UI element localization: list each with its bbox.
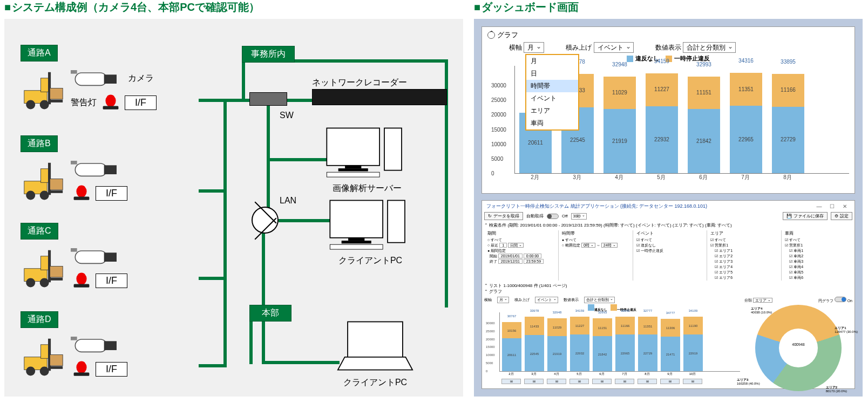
- interval-select[interactable]: 30秒: [571, 213, 587, 220]
- svg-point-3: [40, 100, 49, 109]
- svg-rect-32: [104, 252, 117, 262]
- svg-rect-56: [388, 200, 405, 242]
- forklift-icon: [21, 332, 66, 378]
- timeslot-range[interactable]: 範囲指定: [562, 243, 580, 247]
- event-item[interactable]: 違反なし: [636, 243, 701, 248]
- axis-label: 横軸: [509, 44, 522, 51]
- filter-grid: 期間 すべて 最近 1 日間 期間指定 開始 2019/01/01 0:00:0…: [484, 230, 852, 281]
- camera-label: カメラ: [128, 73, 154, 84]
- donut-cat-select[interactable]: エリア: [753, 298, 772, 303]
- vehicle-item[interactable]: 車両4: [789, 264, 849, 270]
- start-time[interactable]: 0:00:00: [524, 254, 541, 258]
- stack-select[interactable]: イベント: [594, 42, 634, 53]
- svg-rect-5: [48, 99, 63, 102]
- settings-button[interactable]: ⚙ 設定: [831, 212, 852, 220]
- auto-fetch-off: Off: [562, 214, 568, 218]
- time-to[interactable]: 24時: [601, 243, 618, 248]
- area-item[interactable]: エリア4: [715, 264, 775, 270]
- forklift-icon: [21, 156, 66, 202]
- vehicle-item[interactable]: 車両2: [789, 254, 849, 259]
- search-condition: ⌃ 検索条件 (期間: 2019/01/01 0:00:00 - 2019/12…: [484, 222, 852, 228]
- period-range[interactable]: 期間指定: [487, 248, 552, 254]
- vehicle-all[interactable]: すべて: [785, 237, 849, 243]
- end-time[interactable]: 23:59:59: [524, 259, 544, 264]
- axis-option[interactable]: 時間帯: [526, 80, 578, 92]
- auto-fetch-toggle[interactable]: [547, 214, 559, 219]
- save-button[interactable]: 💾 ファイルに保存: [783, 212, 828, 220]
- axis-option[interactable]: 日: [526, 67, 578, 80]
- period-recent[interactable]: 最近: [487, 243, 498, 247]
- area-item[interactable]: エリア2: [715, 254, 775, 259]
- vehicle-item[interactable]: 車両6: [789, 275, 849, 281]
- svg-rect-43: [75, 339, 106, 352]
- axis-option[interactable]: 車両: [526, 117, 578, 129]
- lan-label: LAN: [280, 196, 296, 206]
- lane-label-c: 通路C: [21, 223, 58, 240]
- hq-label: 本部: [249, 305, 291, 322]
- svg-rect-45: [71, 337, 77, 340]
- period-all[interactable]: すべて: [487, 237, 552, 243]
- axis-option[interactable]: エリア: [526, 105, 578, 117]
- svg-rect-48: [327, 128, 379, 165]
- event-hdr: イベント: [636, 230, 701, 236]
- area-group[interactable]: 営業所1: [710, 243, 775, 248]
- window-buttons[interactable]: — ☐ ✕: [816, 203, 850, 209]
- vehicle-item[interactable]: 車両1: [789, 248, 849, 254]
- mini-chart: 横軸 月 積み上げ イベント 数値表示 合計と分類別 違反なし 一時停止違反 0…: [484, 297, 740, 391]
- svg-rect-51: [384, 128, 402, 170]
- camera-icon: [71, 155, 125, 182]
- vehicle-item[interactable]: 車両5: [789, 270, 849, 275]
- axis-select[interactable]: 月: [524, 42, 544, 53]
- svg-rect-41: [48, 366, 63, 368]
- donut-toggle[interactable]: [835, 297, 846, 302]
- axis-option[interactable]: 月: [526, 55, 578, 67]
- if-box: I/F: [125, 95, 157, 110]
- svg-rect-42: [50, 354, 63, 365]
- recent-n[interactable]: 1: [499, 243, 507, 248]
- vehicle-hdr: 車両: [785, 230, 849, 236]
- event-all[interactable]: すべて: [636, 237, 701, 243]
- svg-rect-9: [71, 70, 77, 74]
- vehicle-item[interactable]: 車両3: [789, 259, 849, 264]
- forklift-icon: [21, 243, 66, 289]
- mini-axis-select[interactable]: 月: [497, 297, 509, 303]
- axis-dropdown[interactable]: 月 日 時間帯 イベント エリア 車両: [525, 54, 579, 131]
- area-item[interactable]: エリア5: [715, 270, 775, 275]
- start-date[interactable]: 2019/01/01: [498, 254, 523, 258]
- area-all[interactable]: すべて: [710, 237, 775, 243]
- timeslot-all[interactable]: すべて: [562, 237, 626, 243]
- end-date[interactable]: 2019/12/31: [498, 259, 523, 264]
- laptop-icon: [335, 319, 416, 373]
- event-item[interactable]: 一時停止違反: [636, 248, 701, 254]
- lane-label-b: 通路B: [21, 135, 58, 152]
- svg-point-15: [40, 190, 49, 200]
- image-server: 画像解析サーバー: [324, 125, 410, 194]
- list-status: ⌃ リスト 1-1000/400948 件 (1/401 ページ): [484, 283, 852, 289]
- system-diagram: 通路A カメラ 警告灯 I/F 通路B: [4, 19, 463, 397]
- vehicle-group[interactable]: 営業所1: [785, 243, 849, 248]
- mini-xticks: 2月3月4月5月6月7月8月9月10月: [501, 372, 740, 377]
- svg-rect-35: [74, 284, 90, 287]
- alarm-icon: [71, 184, 92, 202]
- slice-label: エリア1120477 (30.0%): [835, 326, 858, 334]
- time-from[interactable]: 0時: [581, 243, 595, 248]
- area-item[interactable]: エリア1: [715, 248, 775, 254]
- svg-point-38: [26, 366, 35, 375]
- collapse-icon[interactable]: [487, 31, 495, 39]
- scrub-row[interactable]: ⊞⊞⊞⊞⊞⊞⊞⊞⊞: [501, 379, 740, 384]
- mini-bars: 0500010000150002000025000300003076710156…: [499, 312, 740, 372]
- period-hdr: 期間: [487, 230, 552, 236]
- area-item[interactable]: エリア6: [715, 275, 775, 281]
- donut-on: On: [847, 299, 852, 303]
- fetch-button[interactable]: ↻ データを取得: [484, 212, 523, 220]
- axis-option[interactable]: イベント: [526, 92, 578, 105]
- mini-num-select[interactable]: 合計と分類別: [584, 297, 615, 303]
- svg-rect-29: [48, 277, 63, 280]
- area-item[interactable]: エリア3: [715, 259, 775, 264]
- mini-stack-select[interactable]: イベント: [535, 297, 558, 303]
- dashboard: グラフ 横軸 月 積み上げ イベント 数値表示 合計と分類別 月 日 時間帯 イ…: [474, 19, 863, 397]
- app-window: フォークリフト一時停止検知システム 統計アプリケーション (接続先: データセン…: [482, 200, 855, 389]
- num-select[interactable]: 合計と分類別: [683, 42, 736, 53]
- slice-label: エリア3160258 (40.0%): [737, 378, 760, 386]
- recent-unit[interactable]: 日間: [508, 243, 524, 248]
